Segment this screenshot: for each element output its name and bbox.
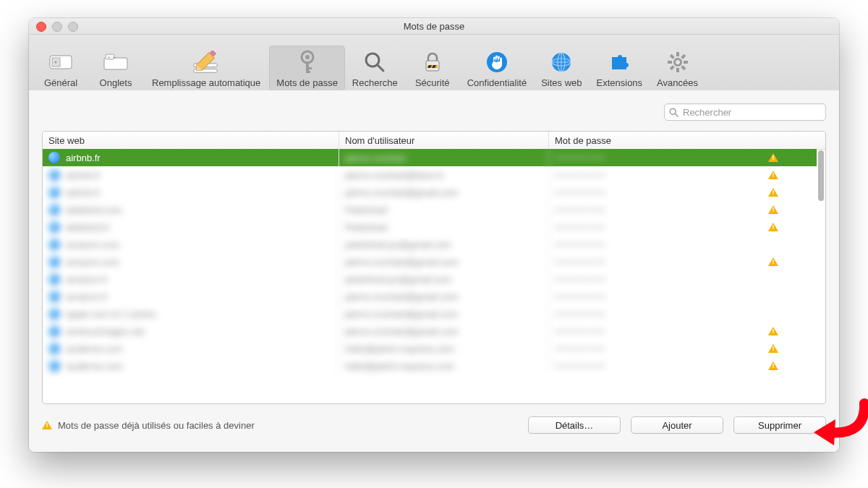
cell-user: pierre.crochart@gmail.com bbox=[339, 288, 549, 305]
cell-warning bbox=[759, 322, 788, 340]
footer-warning-text: Mots de passe déjà utilisés ou faciles à… bbox=[58, 420, 255, 431]
cell-text: audierne.com bbox=[66, 343, 123, 354]
tab-search[interactable]: Recherche bbox=[345, 46, 405, 91]
cell-user: pierre.crochart@gmail.com bbox=[339, 253, 549, 270]
cell-password: •••••••• bbox=[549, 184, 759, 201]
cell-site: amazon.fr bbox=[43, 270, 339, 288]
cell-site: airbnb.fr bbox=[43, 149, 339, 166]
cell-site: audierne.com bbox=[43, 340, 339, 357]
puzzle-icon bbox=[605, 48, 633, 76]
column-label: Site web bbox=[48, 135, 85, 146]
tab-label: Remplissage automatique bbox=[152, 77, 260, 88]
table-row[interactable]: audierne.comhello@petrin-express.com••••… bbox=[43, 357, 817, 374]
svg-rect-38 bbox=[681, 65, 686, 70]
svg-text:+: + bbox=[108, 55, 111, 59]
details-button[interactable]: Détails… bbox=[528, 416, 621, 434]
favicon-icon bbox=[48, 187, 60, 198]
add-button[interactable]: Ajouter bbox=[631, 416, 723, 434]
favicon-icon bbox=[48, 169, 60, 181]
tab-advanced[interactable]: Avancées bbox=[650, 46, 705, 91]
table-row[interactable]: airbnb.frpierre.crochart•••••••• bbox=[43, 149, 817, 166]
cell-user: peterlined.pc@gmail.com bbox=[339, 236, 549, 253]
cell-password: •••••••• bbox=[549, 305, 759, 322]
svg-rect-14 bbox=[306, 61, 309, 72]
tab-passwords[interactable]: Mots de passe bbox=[269, 46, 345, 91]
tab-privacy[interactable]: Confidentialité bbox=[460, 46, 534, 91]
tab-tabs[interactable]: ++ Onglets bbox=[88, 46, 143, 91]
cell-warning bbox=[759, 166, 788, 184]
cell-warning bbox=[759, 357, 788, 374]
column-user[interactable]: Nom d'utilisateur bbox=[339, 132, 549, 149]
table-row[interactable]: alldebrid.comPeterlined•••••••• bbox=[43, 201, 817, 218]
search-input[interactable]: Rechercher bbox=[664, 103, 826, 121]
button-label: Détails… bbox=[556, 420, 594, 431]
remove-button[interactable]: Supprimer bbox=[733, 416, 826, 434]
column-site[interactable]: Site web bbox=[43, 132, 339, 149]
cell-text: apple.com et 2 autres bbox=[66, 309, 156, 320]
zoom-button[interactable] bbox=[68, 22, 78, 32]
search-icon bbox=[669, 108, 678, 117]
table-row[interactable]: amazon.competerlined.pc@gmail.com•••••••… bbox=[43, 236, 817, 253]
tab-autofill[interactable]: Remplissage automatique bbox=[143, 46, 269, 91]
cell-warning bbox=[759, 201, 788, 218]
table-row[interactable]: audierne.comhello@petrin-express.com••••… bbox=[43, 340, 817, 357]
tab-websites[interactable]: Sites web bbox=[534, 46, 589, 91]
tab-label: Mots de passe bbox=[276, 77, 338, 88]
preferences-window: Mots de passe Général ++ Onglets Remplis… bbox=[29, 18, 839, 452]
cell-warning bbox=[759, 236, 788, 253]
table-row[interactable]: airbnb.frpierre.crochart@gmail.com••••••… bbox=[43, 184, 817, 201]
tab-extensions[interactable]: Extensions bbox=[590, 46, 650, 91]
cell-user: Peterlined bbox=[339, 201, 549, 218]
warning-icon bbox=[768, 223, 778, 231]
key-icon bbox=[294, 48, 321, 76]
tab-general[interactable]: Général bbox=[33, 46, 88, 91]
pencil-form-icon bbox=[192, 48, 220, 76]
cell-user: hello@petrin-express.com bbox=[339, 357, 549, 374]
cell-user: hello@petrin-express.com bbox=[339, 340, 549, 357]
svg-rect-15 bbox=[306, 67, 312, 69]
table-row[interactable]: amazon.frpierre.crochart@gmail.com••••••… bbox=[43, 288, 817, 305]
table-row[interactable]: arretsurimages.netpierre.crochart@gmail.… bbox=[43, 322, 817, 340]
cell-password: •••••••• bbox=[549, 288, 759, 305]
cell-password: •••••••• bbox=[549, 149, 759, 166]
cell-warning bbox=[759, 270, 788, 288]
minimize-button[interactable] bbox=[52, 22, 62, 32]
tab-label: Extensions bbox=[597, 77, 643, 88]
tab-label: Sécurité bbox=[415, 77, 450, 88]
cell-text: airbnb.fr bbox=[66, 187, 101, 198]
content-area: Rechercher Site web Nom d'utilisateur Mo… bbox=[29, 90, 839, 452]
vertical-scrollbar[interactable] bbox=[818, 150, 824, 201]
tab-label: Général bbox=[44, 77, 77, 88]
warning-icon bbox=[42, 421, 52, 429]
hand-stop-icon bbox=[483, 48, 511, 76]
cell-site: airbnb.fr bbox=[43, 184, 339, 201]
table-body[interactable]: airbnb.frpierre.crochart••••••••airbnb.f… bbox=[43, 149, 817, 403]
favicon-icon bbox=[48, 239, 60, 250]
table-row[interactable]: airbnb.frpierre.crochart@bbox.fr•••••••• bbox=[43, 166, 817, 184]
table-row[interactable]: amazon.frpeterlined.pc@gmail.com•••••••• bbox=[43, 270, 817, 288]
svg-text:+: + bbox=[113, 55, 116, 59]
svg-rect-37 bbox=[669, 54, 674, 59]
cell-user: pierre.crochart bbox=[339, 149, 549, 166]
close-button[interactable] bbox=[36, 22, 46, 32]
svg-rect-33 bbox=[668, 61, 672, 64]
warning-icon bbox=[768, 153, 778, 162]
cell-warning bbox=[759, 218, 788, 236]
favicon-icon bbox=[48, 152, 60, 163]
cell-site: arretsurimages.net bbox=[43, 322, 339, 340]
cell-text: amazon.com bbox=[66, 257, 119, 267]
cell-text: amazon.com bbox=[66, 239, 119, 250]
svg-rect-16 bbox=[306, 71, 310, 73]
tab-security[interactable]: Sécurité bbox=[405, 46, 460, 91]
cell-text: alldebrid.com bbox=[66, 205, 122, 215]
table-row[interactable]: apple.com et 2 autrespierre.crochart@gma… bbox=[43, 305, 817, 322]
svg-line-18 bbox=[378, 65, 383, 71]
svg-rect-36 bbox=[669, 65, 674, 70]
svg-line-41 bbox=[675, 114, 678, 116]
svg-point-13 bbox=[305, 55, 310, 59]
table-row[interactable]: alldebrid.frPeterlined•••••••• bbox=[43, 218, 817, 236]
cell-password: •••••••• bbox=[549, 270, 759, 288]
table-row[interactable]: amazon.compierre.crochart@gmail.com•••••… bbox=[43, 253, 817, 270]
column-pass[interactable]: Mot de passe bbox=[549, 132, 759, 149]
tab-label: Confidentialité bbox=[467, 77, 527, 88]
